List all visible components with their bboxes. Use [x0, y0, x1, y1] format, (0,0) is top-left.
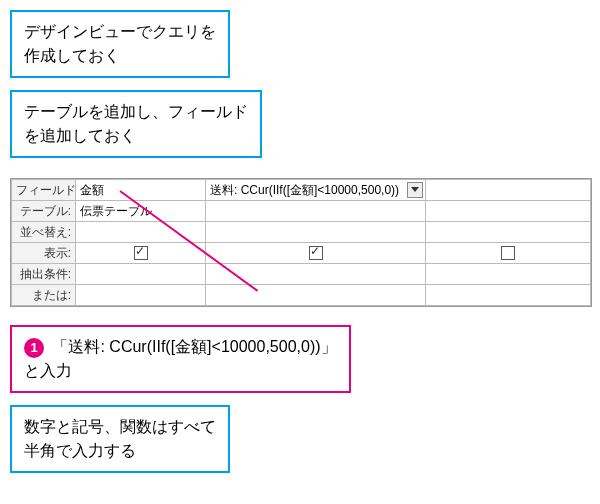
callout-text: 「送料: CCur(IIf([金額]<10000,500,0))」 — [52, 338, 336, 355]
callout-designview: デザインビューでクエリを 作成しておく — [10, 10, 230, 78]
row-label-field: フィールド: — [12, 180, 76, 201]
show-cell-col1[interactable] — [76, 243, 206, 264]
row-label-sort: 並べ替え: — [12, 222, 76, 243]
criteria-cell-col3[interactable] — [426, 264, 591, 285]
callout-halfwidth: 数字と記号、関数はすべて 半角で入力する — [10, 405, 230, 473]
callout-text: テーブルを追加し、フィールド — [24, 103, 248, 120]
or-cell-col2[interactable] — [206, 285, 426, 306]
callout-text: デザインビューでクエリを — [24, 23, 216, 40]
sort-cell-col3[interactable] — [426, 222, 591, 243]
field-cell-col2[interactable]: 送料: CCur(IIf([金額]<10000,500,0)) — [206, 180, 426, 201]
row-label-or: または: — [12, 285, 76, 306]
show-cell-col2[interactable] — [206, 243, 426, 264]
step-number-badge: 1 — [24, 338, 44, 358]
callout-text: 数字と記号、関数はすべて — [24, 418, 216, 435]
field-cell-col1[interactable]: 金額 — [76, 180, 206, 201]
checkbox-icon[interactable] — [309, 246, 323, 260]
checkbox-icon[interactable] — [501, 246, 515, 260]
or-cell-col1[interactable] — [76, 285, 206, 306]
callout-step1: 1 「送料: CCur(IIf([金額]<10000,500,0))」 と入力 — [10, 325, 351, 393]
criteria-cell-col2[interactable] — [206, 264, 426, 285]
callout-text: と入力 — [24, 362, 72, 379]
row-label-table: テーブル: — [12, 201, 76, 222]
callout-addtable: テーブルを追加し、フィールド を追加しておく — [10, 90, 262, 158]
callout-text: 作成しておく — [24, 47, 120, 64]
row-label-criteria: 抽出条件: — [12, 264, 76, 285]
table-cell-col3[interactable] — [426, 201, 591, 222]
field-cell-col3[interactable] — [426, 180, 591, 201]
table-cell-col2[interactable] — [206, 201, 426, 222]
or-cell-col3[interactable] — [426, 285, 591, 306]
query-design-grid[interactable]: フィールド: 金額 送料: CCur(IIf([金額]<10000,500,0)… — [10, 178, 592, 307]
callout-text: 半角で入力する — [24, 442, 136, 459]
show-cell-col3[interactable] — [426, 243, 591, 264]
criteria-cell-col1[interactable] — [76, 264, 206, 285]
dropdown-icon[interactable] — [407, 182, 423, 198]
sort-cell-col2[interactable] — [206, 222, 426, 243]
row-label-show: 表示: — [12, 243, 76, 264]
callout-text: を追加しておく — [24, 127, 136, 144]
checkbox-icon[interactable] — [134, 246, 148, 260]
table-cell-col1[interactable]: 伝票テーブル — [76, 201, 206, 222]
